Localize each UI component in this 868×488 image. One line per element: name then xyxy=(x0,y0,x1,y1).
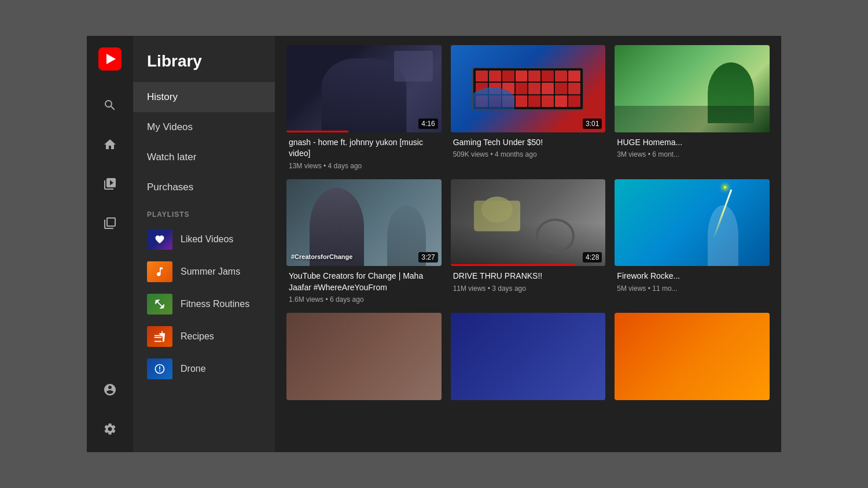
playlist-summer-jams[interactable]: Summer Jams xyxy=(133,256,275,288)
library-icon[interactable] xyxy=(98,212,122,235)
video-meta-creators: 1.6M views • 6 days ago xyxy=(289,295,439,304)
video-duration-gaming: 3:01 xyxy=(583,119,602,129)
video-thumb-firework xyxy=(615,179,770,267)
page-title: Library xyxy=(133,36,275,82)
video-progress-gnash xyxy=(286,131,348,132)
video-thumb-gnash: 4:16 xyxy=(286,45,442,132)
app-window: Library History My Videos Watch later Pu… xyxy=(87,36,781,452)
video-duration-drive: 4:28 xyxy=(583,252,602,263)
video-title-gaming: Gaming Tech Under $50! xyxy=(453,137,604,149)
playlist-fitness-routines[interactable]: Fitness Routines xyxy=(133,288,275,320)
video-thumb-drive: 4:28 xyxy=(451,179,606,267)
video-thumb-row3-1 xyxy=(286,313,442,400)
video-card-creators[interactable]: #CreatorsforChange 3:27 YouTube Creators… xyxy=(286,179,442,304)
video-title-drive: DRIVE THRU PRANKS!! xyxy=(453,271,604,282)
video-title-gnash: gnash - home ft. johnny yukon [music vid… xyxy=(289,137,439,160)
video-info-gaming: Gaming Tech Under $50! 509K views • 4 mo… xyxy=(451,132,606,159)
video-card-row3-3[interactable] xyxy=(615,313,770,400)
video-card-huge[interactable]: HUGE Homema... 3M views • 6 mont... xyxy=(615,45,770,170)
playlist-liked-videos[interactable]: Liked Videos xyxy=(133,223,275,256)
video-duration-gnash: 4:16 xyxy=(418,119,437,129)
sidebar-item-watch-later[interactable]: Watch later xyxy=(133,142,275,172)
playlist-drone-label: Drone xyxy=(181,364,206,374)
video-meta-firework: 5M views • 11 mo... xyxy=(617,284,767,293)
youtube-logo[interactable] xyxy=(98,47,122,71)
video-info-huge: HUGE Homema... 3M views • 6 mont... xyxy=(615,132,770,159)
video-meta-huge: 3M views • 6 mont... xyxy=(617,150,767,158)
video-thumb-gaming: 3:01 xyxy=(451,45,606,132)
search-icon[interactable] xyxy=(98,94,122,117)
video-progress-drive xyxy=(451,264,575,266)
settings-icon[interactable] xyxy=(98,417,122,441)
video-thumb-row3-2 xyxy=(451,313,606,400)
video-info-firework: Firework Rocke... 5M views • 11 mo... xyxy=(615,266,770,293)
playlist-fitness-label: Fitness Routines xyxy=(181,299,249,309)
account-icon[interactable] xyxy=(98,378,122,401)
playlist-summer-label: Summer Jams xyxy=(181,267,240,277)
video-card-gaming[interactable]: 3:01 Gaming Tech Under $50! 509K views •… xyxy=(451,45,606,170)
playlist-thumb-fitness xyxy=(147,294,172,315)
video-card-row3-2[interactable] xyxy=(451,313,606,400)
video-meta-gaming: 509K views • 4 months ago xyxy=(453,150,604,158)
playlist-thumb-recipes xyxy=(147,326,172,347)
video-thumb-row3-3 xyxy=(615,313,770,400)
video-card-row3-1[interactable] xyxy=(286,313,442,400)
video-thumb-creators: #CreatorsforChange 3:27 xyxy=(286,179,442,267)
playlist-thumb-summer xyxy=(147,261,172,282)
main-content: 4:16 gnash - home ft. johnny yukon [musi… xyxy=(275,36,781,452)
video-card-firework[interactable]: Firework Rocke... 5M views • 11 mo... xyxy=(615,179,770,304)
icon-bar-bottom xyxy=(98,378,122,452)
video-card-gnash[interactable]: 4:16 gnash - home ft. johnny yukon [musi… xyxy=(286,45,442,170)
icon-bar xyxy=(87,36,133,452)
video-meta-gnash: 13M views • 4 days ago xyxy=(289,162,439,170)
video-info-creators: YouTube Creators for Change | Maha Jaafa… xyxy=(286,266,442,304)
video-title-huge: HUGE Homema... xyxy=(617,137,767,149)
nav-icons xyxy=(98,94,122,235)
sidebar-item-my-videos[interactable]: My Videos xyxy=(133,112,275,142)
playlist-thumb-liked xyxy=(147,229,172,250)
home-icon[interactable] xyxy=(98,133,122,156)
video-title-creators: YouTube Creators for Change | Maha Jaafa… xyxy=(289,271,439,293)
playlist-recipes-label: Recipes xyxy=(181,331,214,342)
subscriptions-icon[interactable] xyxy=(98,172,122,195)
sidebar: Library History My Videos Watch later Pu… xyxy=(133,36,275,452)
sidebar-item-history[interactable]: History xyxy=(133,82,275,112)
video-info-gnash: gnash - home ft. johnny yukon [music vid… xyxy=(286,132,442,170)
playlists-section-label: PLAYLISTS xyxy=(133,202,275,223)
playlist-drone[interactable]: Drone xyxy=(133,353,275,385)
video-duration-creators: 3:27 xyxy=(418,252,437,263)
video-info-drive: DRIVE THRU PRANKS!! 11M views • 3 days a… xyxy=(451,266,606,293)
playlist-liked-label: Liked Videos xyxy=(181,234,233,245)
playlist-thumb-drone xyxy=(147,358,172,379)
sidebar-item-purchases[interactable]: Purchases xyxy=(133,172,275,202)
playlist-recipes[interactable]: Recipes xyxy=(133,320,275,353)
video-grid: 4:16 gnash - home ft. johnny yukon [musi… xyxy=(286,36,770,400)
video-meta-drive: 11M views • 3 days ago xyxy=(453,284,604,293)
video-thumb-huge xyxy=(615,45,770,132)
video-card-drive[interactable]: 4:28 DRIVE THRU PRANKS!! 11M views • 3 d… xyxy=(451,179,606,304)
video-title-firework: Firework Rocke... xyxy=(617,271,767,282)
